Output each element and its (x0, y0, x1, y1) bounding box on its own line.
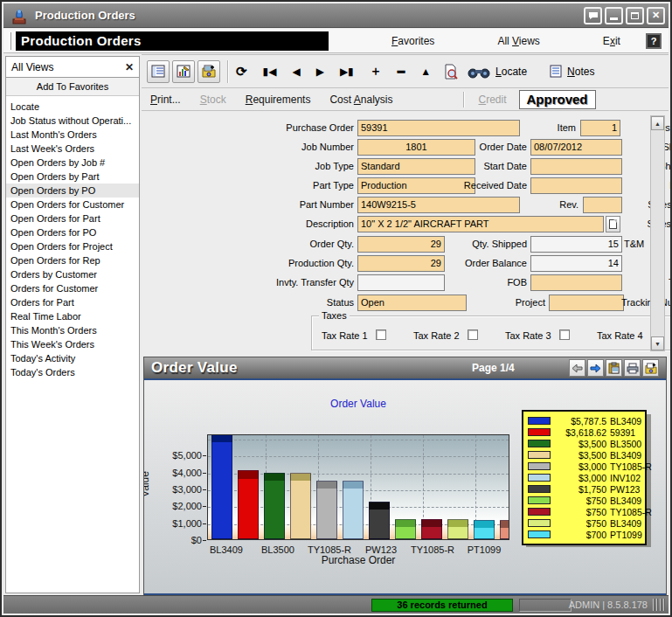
sidebar-close-icon[interactable]: ✕ (125, 61, 134, 73)
new-chart-view-button[interactable] (642, 359, 659, 377)
order-value-panel: Order Value Page 1/4 (143, 357, 667, 598)
copy-chart-button[interactable] (606, 359, 622, 377)
delete-record-button[interactable]: ━ (398, 65, 405, 79)
y-tick-label: $2,000 (162, 501, 202, 511)
status-label: Status (271, 297, 354, 308)
taxes-group: Taxes Tax Rate 1Tax Rate 2Tax Rate 3Tax … (311, 315, 672, 350)
app-window: Production Orders ✕ Production Orders Fa… (0, 0, 672, 617)
menu-exit[interactable]: Exit (603, 35, 620, 47)
sidebar-item[interactable]: Orders for Customer (6, 281, 139, 295)
last-record-button[interactable]: ▶▮ (340, 66, 354, 78)
sidebar-item[interactable]: This Month's Orders (6, 323, 139, 337)
toolbar-grip[interactable] (9, 32, 11, 50)
status-field[interactable]: Open (357, 295, 467, 311)
unit-label: Unit (461, 258, 672, 268)
terms-label: Terms (461, 277, 672, 288)
tab-requirements[interactable]: Requirements (246, 94, 311, 106)
title-bar: Production Orders ✕ (3, 3, 669, 28)
preview-button[interactable] (443, 64, 459, 80)
y-tick-label: $5,000 (162, 450, 202, 461)
sidebar-item[interactable]: Today's Orders (6, 365, 139, 379)
tab-credit: Credit (479, 94, 507, 106)
sidebar-item[interactable]: Open Orders by Part (6, 170, 139, 184)
qty-shipped-field: 15 (530, 236, 622, 253)
add-record-button[interactable]: ＋ (370, 64, 382, 80)
y-axis-label: Value (144, 471, 151, 497)
toolbar: ⟳ ▮◀ ◀ ▶ ▶▮ ＋ ━ ▲ Locate Notes (142, 55, 669, 88)
scroll-down-icon[interactable]: ▼ (651, 336, 664, 350)
resize-grip[interactable] (653, 599, 665, 611)
sales-rep-label: Sales Rep. (461, 199, 672, 210)
previous-record-button[interactable]: ◀ (292, 66, 300, 78)
tab-print[interactable]: Print... (150, 94, 181, 106)
chart-bar (316, 481, 337, 539)
chart-bar (500, 520, 509, 539)
scroll-up-icon[interactable]: ▲ (651, 116, 664, 130)
sidebar-item[interactable]: Open Orders for Project (6, 239, 139, 253)
legend-entry: $750BL3409 (528, 517, 641, 529)
menu-favorites[interactable]: Favorites (391, 35, 434, 47)
sidebar-item[interactable]: Open Orders for Rep (6, 253, 139, 267)
page-next-button[interactable] (587, 359, 604, 377)
y-tick-label: $4,000 (162, 468, 202, 478)
all-views-sidebar: All Views ✕ Add To Favorites LocateJob S… (5, 56, 140, 593)
next-record-button[interactable]: ▶ (316, 66, 324, 78)
menu-all-views[interactable]: All Views (497, 35, 539, 47)
form-view-icon (151, 65, 165, 78)
notes-button[interactable]: Notes (550, 65, 594, 78)
first-record-button[interactable]: ▮◀ (263, 66, 277, 78)
new-view-icon (202, 65, 216, 78)
close-button[interactable]: ✕ (647, 7, 665, 24)
production-qty-field[interactable]: 29 (357, 255, 445, 272)
tax-rate-checkbox[interactable] (376, 329, 386, 340)
project-label: Project (461, 297, 545, 308)
legend-swatch (528, 508, 551, 516)
legend-entry: $750TY1085-R (528, 506, 641, 517)
sidebar-list: LocateJob Status without Operati...Last … (6, 96, 139, 379)
legend-swatch (528, 530, 551, 538)
page-previous-button[interactable] (569, 359, 585, 377)
locate-button[interactable]: Locate (468, 65, 527, 79)
tax-rate-checkbox[interactable] (468, 329, 478, 340)
form-scrollbar[interactable]: ▲ ▼ (650, 115, 665, 351)
records-returned-badge: 36 records returned (371, 599, 513, 612)
minimize-button[interactable] (605, 7, 623, 24)
sidebar-item[interactable]: Today's Activity (6, 351, 139, 365)
legend-swatch (528, 519, 551, 527)
print-chart-button[interactable] (624, 359, 641, 377)
sidebar-item[interactable]: Job Status without Operati... (6, 114, 139, 128)
order-qty-field[interactable]: 29 (357, 236, 445, 253)
minimize-icon (610, 17, 618, 20)
legend-entry: $3,500BL3409 (528, 449, 641, 461)
tax-rate-checkbox[interactable] (559, 329, 570, 340)
feedback-button[interactable] (584, 7, 602, 24)
toolbar-separator (227, 60, 229, 83)
sidebar-item[interactable]: Orders for Part (6, 295, 139, 309)
chart-bar (474, 520, 495, 539)
sidebar-item[interactable]: Open Orders by PO (6, 184, 139, 198)
sidebar-item[interactable]: Orders by Customer (6, 267, 139, 281)
price-label: Price (664, 239, 672, 249)
sidebar-item[interactable]: Open Orders for Customer (6, 198, 139, 211)
help-button[interactable]: ? (646, 33, 662, 49)
sidebar-item[interactable]: Open Orders by Job # (6, 156, 139, 170)
maximize-button[interactable] (626, 7, 644, 24)
sidebar-item[interactable]: Last Week's Orders (6, 142, 139, 156)
collapse-button[interactable]: ▲ (420, 66, 431, 78)
sidebar-item[interactable]: Real Time Labor (6, 309, 139, 323)
graph-view-button[interactable] (172, 60, 195, 83)
sidebar-item[interactable]: Locate (6, 100, 139, 114)
sidebar-item[interactable]: This Week's Orders (6, 337, 139, 351)
tab-cost-analysis[interactable]: Cost Analysis (329, 94, 392, 106)
buyer-label: Buyer (461, 180, 672, 191)
notes-icon (550, 65, 562, 78)
sidebar-item[interactable]: Last Month's Orders (6, 128, 139, 142)
job-type-label: Job Type (271, 161, 354, 171)
new-view-button[interactable] (197, 60, 220, 83)
add-to-favorites-button[interactable]: Add To Favorites (6, 78, 139, 96)
sidebar-item[interactable]: Open Orders for PO (6, 225, 139, 239)
x-axis-label: Purchase Order (207, 554, 509, 566)
refresh-button[interactable]: ⟳ (236, 64, 247, 80)
sidebar-item[interactable]: Open Orders for Part (6, 211, 139, 225)
form-view-button[interactable] (147, 60, 170, 83)
